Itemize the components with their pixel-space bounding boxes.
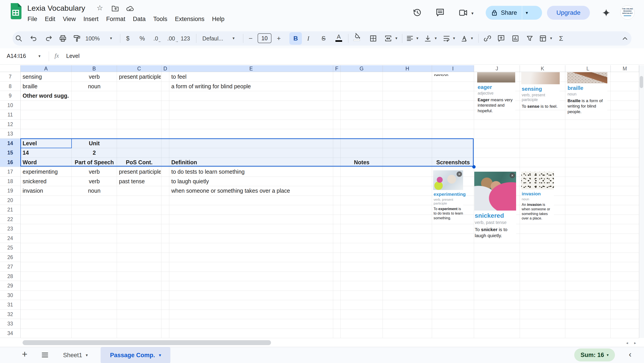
row-header-7[interactable]: 7 (0, 72, 20, 82)
text-wrap-caret-icon[interactable]: ▾ (453, 36, 455, 41)
row-header-18[interactable]: 18 (0, 177, 20, 186)
decrease-decimal-button[interactable]: .0← (154, 35, 162, 42)
card-experimenting[interactable]: × experimenting verb, present participle… (433, 170, 463, 220)
cell-A16[interactable]: Word (22, 158, 37, 167)
format-percent-button[interactable]: % (140, 35, 145, 42)
text-color-button[interactable]: A (336, 33, 342, 42)
menu-extensions[interactable]: Extensions (171, 14, 208, 24)
cell-E8[interactable]: a form of writing for blind people (171, 82, 251, 91)
filter-icon[interactable] (526, 35, 534, 42)
format-currency-button[interactable]: $ (126, 35, 130, 42)
cell-B15[interactable]: 2 (72, 148, 117, 158)
text-wrap-icon[interactable] (443, 35, 450, 42)
row-header-20[interactable]: 20 (0, 196, 20, 205)
column-header-B[interactable]: B (72, 65, 117, 72)
menu-file[interactable]: File (24, 14, 41, 24)
menu-data[interactable]: Data (129, 14, 149, 24)
cell-E19[interactable]: when someone or something takes over a p… (171, 186, 290, 196)
column-header-D[interactable]: D (162, 65, 169, 72)
row-header-19[interactable]: 19 (0, 186, 20, 196)
vertical-scrollbar[interactable] (639, 65, 644, 338)
formula-input[interactable]: Level (66, 53, 80, 59)
cell-C7[interactable]: present participle (119, 72, 161, 82)
share-caret-icon[interactable]: ▾ (526, 10, 528, 15)
row-header-9[interactable]: 9 (0, 91, 20, 101)
font-size-input[interactable]: 10 (258, 33, 272, 43)
row-header-10[interactable]: 10 (0, 101, 20, 110)
menu-insert[interactable]: Insert (80, 14, 102, 24)
row-header-26[interactable]: 26 (0, 253, 20, 262)
menu-view[interactable]: View (59, 14, 80, 24)
collapse-toolbar-icon[interactable] (621, 35, 629, 42)
move-folder-icon[interactable] (111, 5, 119, 12)
cell-E16[interactable]: Definition (171, 158, 197, 167)
cell-G16[interactable]: Notes (340, 158, 383, 167)
row-header-14[interactable]: 14 (0, 139, 20, 148)
row-header-12[interactable]: 12 (0, 120, 20, 129)
decrease-font-size-button[interactable]: − (249, 35, 253, 42)
increase-decimal-button[interactable]: .00→ (167, 35, 179, 42)
version-history-icon[interactable] (413, 8, 422, 17)
cell-E17[interactable]: to do tests to learn something (171, 167, 245, 177)
row-header-8[interactable]: 8 (0, 82, 20, 91)
row-header-11[interactable]: 11 (0, 110, 20, 120)
font-style-select[interactable]: Defaul... (202, 35, 228, 42)
column-header-H[interactable]: H (383, 65, 432, 72)
cell-B19[interactable]: noun (72, 186, 117, 196)
print-icon[interactable] (59, 35, 67, 42)
cell-B18[interactable]: verb (72, 177, 117, 186)
card-snickered[interactable]: × snickered verb, past tense To snicker … (474, 172, 516, 239)
horizontal-scrollbar-thumb[interactable] (22, 340, 271, 345)
horizontal-align-icon[interactable] (406, 35, 414, 42)
star-icon[interactable]: ☆ (96, 3, 103, 12)
strikethrough-button[interactable]: S (322, 35, 326, 42)
borders-icon[interactable] (370, 35, 377, 42)
upgrade-button[interactable]: Upgrade (547, 6, 590, 20)
close-icon[interactable]: × (510, 173, 515, 178)
row-header-30[interactable]: 30 (0, 291, 20, 300)
scroll-right-icon[interactable]: ▸ (634, 341, 636, 345)
select-all-corner[interactable] (0, 65, 20, 72)
bold-button-active[interactable]: B (289, 32, 302, 45)
row-header-16[interactable]: 16 (0, 158, 20, 167)
cell-C17[interactable]: present participle (119, 167, 161, 177)
row-header-34[interactable]: 34 (0, 329, 20, 338)
close-icon[interactable]: × (456, 171, 462, 177)
sum-badge[interactable]: Sum: 16 ▾ (574, 349, 615, 362)
cell-C18[interactable]: past tense (119, 177, 145, 186)
row-header-28[interactable]: 28 (0, 272, 20, 281)
cell-B8[interactable]: noun (72, 82, 117, 91)
column-header-G[interactable]: G (340, 65, 383, 72)
menu-help[interactable]: Help (208, 14, 228, 24)
column-header-E[interactable]: E (169, 65, 333, 72)
column-header-C[interactable]: C (117, 65, 162, 72)
cell-A15[interactable]: 14 (22, 148, 29, 158)
row-header-31[interactable]: 31 (0, 300, 20, 310)
row-header-13[interactable]: 13 (0, 129, 20, 139)
card-sensing[interactable]: sensing verb, present participle To sens… (521, 72, 560, 109)
video-call-icon[interactable] (459, 9, 468, 16)
video-call-caret-icon[interactable]: ▾ (471, 11, 474, 16)
column-header-L[interactable]: L (565, 65, 611, 72)
name-box[interactable]: A14:I16 (7, 53, 26, 59)
row-header-24[interactable]: 24 (0, 234, 20, 243)
increase-font-size-button[interactable]: + (277, 35, 281, 42)
cell-C16[interactable]: PoS Cont. (117, 158, 162, 167)
merge-cells-caret-icon[interactable]: ▾ (395, 36, 397, 41)
account-avatar[interactable]: THE ONLINE READING SPECIALIST (620, 5, 634, 20)
fill-color-button[interactable] (353, 33, 360, 41)
cell-E18[interactable]: to laugh quietly (171, 177, 209, 186)
gemini-icon[interactable] (602, 8, 610, 17)
horizontal-align-caret-icon[interactable]: ▾ (416, 36, 418, 41)
add-sheet-button[interactable]: + (22, 349, 28, 360)
column-header-A[interactable]: A (20, 65, 72, 72)
more-formats-button[interactable]: 123 (181, 35, 190, 42)
document-title[interactable]: Lexia Vocabulary (27, 3, 85, 13)
column-header-J[interactable]: J (474, 65, 520, 72)
cell-A9[interactable]: Other word sugg. (22, 91, 69, 101)
sheets-logo-icon[interactable] (10, 3, 22, 19)
cell-B17[interactable]: verb (72, 167, 117, 177)
redo-icon[interactable] (45, 35, 52, 42)
paint-format-icon[interactable] (73, 35, 81, 42)
text-rotation-caret-icon[interactable]: ▾ (471, 36, 473, 41)
